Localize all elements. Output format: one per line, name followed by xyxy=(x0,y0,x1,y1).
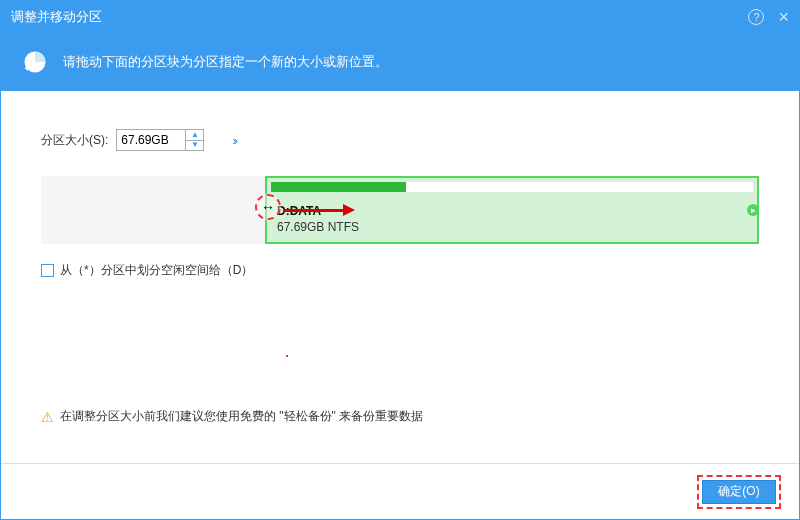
size-label: 分区大小(S): xyxy=(41,132,108,149)
help-icon[interactable]: ? xyxy=(748,9,764,25)
spinner-up-icon[interactable]: ▲ xyxy=(186,130,203,141)
size-spinner: ▲ ▼ xyxy=(185,130,203,150)
drag-handle-indicator: ↔ xyxy=(255,194,281,220)
ok-button[interactable]: 确定(O) xyxy=(702,480,776,504)
annotation-dot-icon xyxy=(286,355,288,357)
resize-cursor-icon: ↔ xyxy=(261,200,275,214)
titlebar: 调整并移动分区 ? × xyxy=(1,1,799,33)
partition-detail: 67.69GB NTFS xyxy=(277,220,359,234)
titlebar-controls: ? × xyxy=(748,8,789,26)
expand-icon[interactable]: ›› xyxy=(232,133,235,148)
allocate-checkbox[interactable] xyxy=(41,264,54,277)
partition-icon xyxy=(21,48,49,76)
partition-usage-fill xyxy=(271,182,406,192)
warning-row: ⚠ 在调整分区大小前我们建议您使用免费的 "轻松备份" 来备份重要数据 xyxy=(41,408,423,425)
annotation-arrow-icon xyxy=(283,204,355,216)
footer: 确定(O) xyxy=(1,463,799,519)
warning-icon: ⚠ xyxy=(41,409,54,425)
checkbox-row: 从（*）分区中划分空闲空间给（D） xyxy=(41,262,759,279)
banner-text: 请拖动下面的分区块为分区指定一个新的大小或新位置。 xyxy=(63,53,388,71)
checkbox-label: 从（*）分区中划分空闲空间给（D） xyxy=(60,262,253,279)
dialog-window: 调整并移动分区 ? × 请拖动下面的分区块为分区指定一个新的大小或新位置。 分区… xyxy=(0,0,800,520)
close-icon[interactable]: × xyxy=(778,8,789,26)
partition-usage-track xyxy=(271,182,753,192)
size-row: 分区大小(S): ▲ ▼ ›› xyxy=(41,129,759,151)
annotation-highlight: 确定(O) xyxy=(697,475,781,509)
size-input[interactable] xyxy=(117,130,185,150)
partition-bar[interactable]: D:DATA 67.69GB NTFS ▸ ↔ xyxy=(41,176,759,244)
warning-text: 在调整分区大小前我们建议您使用免费的 "轻松备份" 来备份重要数据 xyxy=(60,408,423,425)
banner: 请拖动下面的分区块为分区指定一个新的大小或新位置。 xyxy=(1,33,799,91)
content-area: 分区大小(S): ▲ ▼ ›› D:DATA 67.69GB NTFS ▸ ↔ xyxy=(1,91,799,279)
size-input-wrap: ▲ ▼ xyxy=(116,129,204,151)
window-title: 调整并移动分区 xyxy=(11,8,748,26)
spinner-down-icon[interactable]: ▼ xyxy=(186,141,203,151)
resize-handle-right[interactable]: ▸ xyxy=(747,204,759,216)
